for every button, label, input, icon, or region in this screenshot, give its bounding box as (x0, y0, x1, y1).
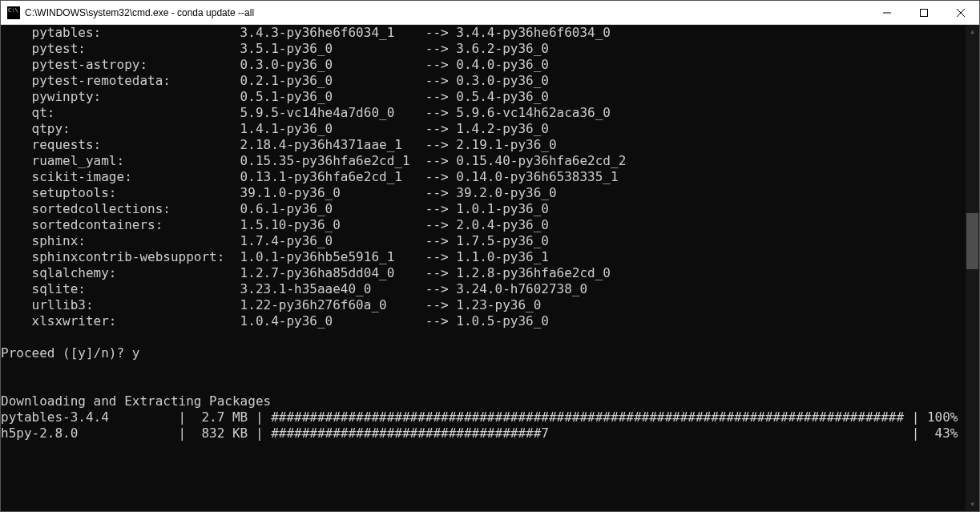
cmd-icon (7, 6, 20, 19)
window-controls (869, 1, 979, 24)
window-title: C:\WINDOWS\system32\cmd.exe - conda upda… (25, 7, 869, 18)
vertical-scrollbar[interactable]: ▲ ▼ (966, 25, 979, 511)
scrollbar-thumb[interactable] (966, 213, 978, 269)
terminal-area: pytables: 3.4.3-py36he6f6034_1 --> 3.4.4… (1, 25, 979, 511)
close-icon (957, 9, 965, 17)
terminal-output[interactable]: pytables: 3.4.3-py36he6f6034_1 --> 3.4.4… (1, 25, 966, 511)
cmd-window: C:\WINDOWS\system32\cmd.exe - conda upda… (0, 0, 980, 512)
scroll-up-button[interactable]: ▲ (966, 25, 979, 38)
titlebar[interactable]: C:\WINDOWS\system32\cmd.exe - conda upda… (1, 1, 979, 25)
minimize-icon (883, 9, 891, 17)
maximize-button[interactable] (905, 1, 942, 24)
scroll-down-button[interactable]: ▼ (966, 498, 979, 511)
svg-rect-1 (921, 9, 928, 16)
maximize-icon (920, 9, 928, 17)
minimize-button[interactable] (869, 1, 905, 24)
scrollbar-track[interactable] (966, 38, 979, 498)
close-button[interactable] (942, 1, 979, 24)
